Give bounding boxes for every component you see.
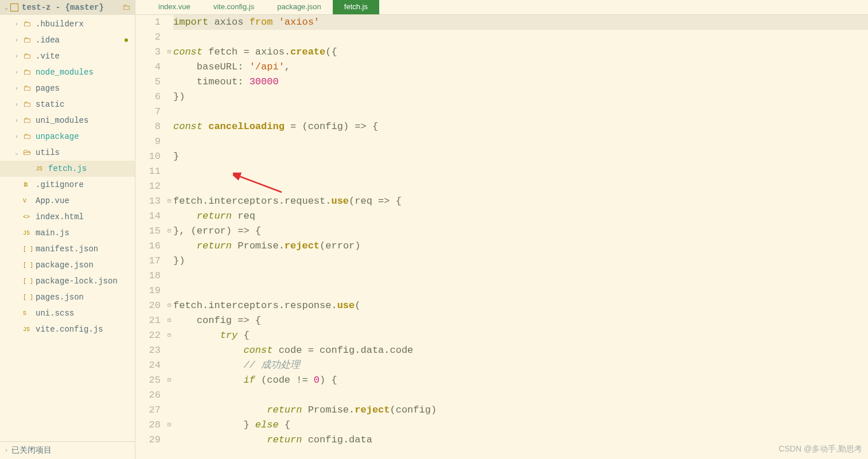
fold-marker[interactable]: ⊟	[165, 194, 173, 209]
tree-item-unpackage[interactable]: ›🗀unpackage	[0, 129, 135, 145]
tab-package-json[interactable]: package.json	[266, 0, 333, 14]
code-line[interactable]: return config.data	[173, 433, 868, 448]
fold-marker[interactable]: ⊟	[165, 45, 173, 60]
tree-item-label: .gitignore	[36, 180, 84, 189]
fold-marker	[165, 433, 173, 448]
code-line[interactable]: if (code != 0) {	[173, 373, 868, 388]
tree-item-label: .idea	[36, 36, 60, 45]
fold-marker	[165, 209, 173, 224]
closed-projects-panel[interactable]: › 已关闭项目	[0, 441, 135, 459]
fold-column[interactable]: ⊟⊟⊟⊟⊟⊟⊟⊟	[165, 15, 173, 459]
fold-marker	[165, 60, 173, 75]
code-line[interactable]	[173, 104, 868, 119]
modified-dot	[124, 38, 128, 42]
code-line[interactable]	[173, 269, 868, 283]
code-line[interactable]	[173, 164, 868, 179]
code-line[interactable]: const cancelLoading = (config) => {	[173, 119, 868, 134]
fold-marker	[165, 149, 173, 164]
tree-item-label: package.json	[36, 260, 94, 270]
code-line[interactable]: fetch.interceptors.request.use(req => {	[173, 194, 868, 209]
folder-icon: 🗀	[23, 52, 33, 61]
tree-item-pages-json[interactable]: [ ]pages.json	[0, 289, 135, 305]
code-content[interactable]: import axios from 'axios' const fetch = …	[173, 15, 868, 459]
tree-item-uni-modules[interactable]: ›🗀uni_modules	[0, 112, 135, 129]
tree-item-manifest-json[interactable]: [ ]manifest.json	[0, 241, 135, 257]
tree-item-node-modules[interactable]: ›🗀node_modules	[0, 64, 135, 80]
code-line[interactable]: const fetch = axios.create({	[173, 45, 868, 60]
line-number: 24	[135, 358, 161, 373]
file-icon: [ ]	[23, 294, 33, 301]
chevron-icon: ›	[15, 53, 22, 60]
code-editor[interactable]: 1234567891011121314151617181920212223242…	[135, 15, 868, 459]
code-line[interactable]: return Promise.reject(config)	[173, 403, 868, 418]
tree-item-main-js[interactable]: JSmain.js	[0, 225, 135, 241]
code-line[interactable]: })	[173, 254, 868, 269]
tab-index-vue[interactable]: index.vue	[147, 0, 202, 14]
code-line[interactable]: return Promise.reject(error)	[173, 239, 868, 254]
code-line[interactable]	[173, 179, 868, 194]
code-line[interactable]: timeout: 30000	[173, 75, 868, 90]
fold-marker	[165, 134, 173, 149]
line-number: 18	[135, 269, 161, 283]
fold-marker[interactable]: ⊟	[165, 313, 173, 328]
code-line[interactable]: import axios from 'axios'	[173, 15, 868, 30]
project-title: test-z - {master}	[22, 3, 120, 12]
code-line[interactable]	[173, 283, 868, 298]
tab-fetch-js[interactable]: fetch.js	[333, 0, 379, 14]
fold-marker[interactable]: ⊟	[165, 298, 173, 313]
tree-item--hbuilderx[interactable]: ›🗀.hbuilderx	[0, 16, 135, 32]
fold-marker[interactable]: ⊟	[165, 418, 173, 433]
tree-item-utils[interactable]: ⌄🗁utils	[0, 145, 135, 161]
code-line[interactable]	[173, 388, 868, 403]
tree-item-label: .hbuilderx	[36, 20, 84, 29]
code-line[interactable]: try {	[173, 328, 868, 343]
tree-item--gitignore[interactable]: 🗎.gitignore	[0, 177, 135, 193]
tree-item-static[interactable]: ›🗀static	[0, 96, 135, 112]
fold-marker[interactable]: ⊟	[165, 373, 173, 388]
project-header[interactable]: ⌄ test-z - {master} 🗀	[0, 0, 135, 15]
tree-item-package-lock-json[interactable]: [ ]package-lock.json	[0, 273, 135, 289]
file-icon: [ ]	[23, 278, 33, 285]
folder-icon[interactable]: 🗀	[122, 3, 130, 12]
tree-item-app-vue[interactable]: VApp.vue	[0, 193, 135, 209]
line-number: 1	[135, 15, 161, 30]
file-icon: JS	[23, 326, 33, 333]
tab-vite-config-js[interactable]: vite.config.js	[202, 0, 266, 14]
code-line[interactable]	[173, 134, 868, 149]
code-line[interactable]: // 成功处理	[173, 358, 868, 373]
code-line[interactable]: } else {	[173, 418, 868, 433]
fold-marker	[165, 403, 173, 418]
chevron-icon: ›	[15, 85, 22, 92]
code-line[interactable]: })	[173, 90, 868, 104]
chevron-right-icon: ›	[5, 448, 8, 454]
fold-marker	[165, 104, 173, 119]
tree-item-pages[interactable]: ›🗀pages	[0, 80, 135, 96]
folder-icon: 🗀	[23, 20, 33, 29]
tree-item--vite[interactable]: ›🗀.vite	[0, 48, 135, 64]
fold-marker	[165, 15, 173, 30]
code-line[interactable]: baseURL: '/api',	[173, 60, 868, 75]
fold-marker[interactable]: ⊟	[165, 328, 173, 343]
tree-item-uni-scss[interactable]: Suni.scss	[0, 305, 135, 321]
chevron-icon: ›	[15, 37, 22, 44]
tree-item-package-json[interactable]: [ ]package.json	[0, 257, 135, 273]
code-line[interactable]	[173, 30, 868, 45]
chevron-icon: ›	[15, 69, 22, 76]
code-line[interactable]: config => {	[173, 313, 868, 328]
file-tree: ›🗀.hbuilderx›🗀.idea›🗀.vite›🗀node_modules…	[0, 15, 135, 441]
fold-marker[interactable]: ⊟	[165, 224, 173, 239]
line-number: 5	[135, 75, 161, 90]
tree-item--idea[interactable]: ›🗀.idea	[0, 32, 135, 48]
code-line[interactable]: }, (error) => {	[173, 224, 868, 239]
tree-item-vite-config-js[interactable]: JSvite.config.js	[0, 321, 135, 337]
line-number: 26	[135, 388, 161, 403]
chevron-icon: ›	[15, 21, 22, 28]
code-line[interactable]: const code = config.data.code	[173, 343, 868, 358]
code-line[interactable]: return req	[173, 209, 868, 224]
code-line[interactable]: }	[173, 149, 868, 164]
tree-item-index-html[interactable]: <>index.html	[0, 209, 135, 225]
line-number: 23	[135, 343, 161, 358]
code-line[interactable]: fetch.interceptors.response.use(	[173, 298, 868, 313]
tree-item-fetch-js[interactable]: JSfetch.js	[0, 161, 135, 177]
line-number: 6	[135, 90, 161, 104]
